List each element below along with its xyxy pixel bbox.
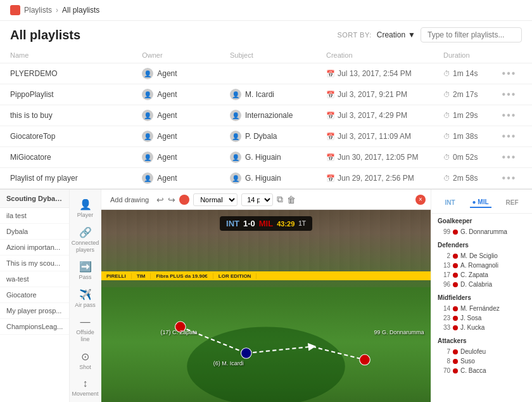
cell-creation: 📅Jul 3, 2017, 4:29 PM: [316, 105, 433, 126]
player-name: J. Kucka: [460, 324, 484, 331]
player-name: J. Sosa: [460, 314, 481, 321]
close-button[interactable]: ×: [415, 195, 426, 205]
delete-button[interactable]: 🗑: [287, 195, 296, 205]
row-menu-button[interactable]: •••: [502, 110, 517, 121]
player-row[interactable]: 13 A. Romagnoli: [438, 261, 526, 270]
player-row[interactable]: 96 D. Calabria: [438, 280, 526, 289]
score-overlay: INT 1-0 MIL 43:29 1T: [220, 216, 312, 231]
player-name: C. Zapata: [460, 271, 488, 278]
cell-owner: 👤Agent: [132, 63, 220, 84]
jersey-number: 99: [438, 228, 450, 235]
team2-label: MIL: [259, 219, 273, 228]
tool-icon: ↕️: [83, 378, 88, 389]
tab-mil[interactable]: ● MIL: [470, 197, 491, 208]
player-row[interactable]: 14 M. Fernández: [438, 304, 526, 313]
row-menu-button[interactable]: •••: [502, 152, 517, 163]
calendar-icon: 📅: [326, 133, 335, 141]
row-menu-button[interactable]: •••: [502, 172, 517, 184]
row-menu-button[interactable]: •••: [502, 89, 517, 100]
sidebar-item[interactable]: My player prosp...: [0, 303, 69, 319]
bottom-section: Scouting Dybal... ila testDybalaAzioni i…: [0, 190, 532, 402]
player-row[interactable]: 2 M. De Sciglio: [438, 251, 526, 261]
player-row[interactable]: 33 J. Kucka: [438, 323, 526, 332]
filter-input[interactable]: [421, 27, 522, 42]
cell-actions: •••: [492, 147, 532, 168]
player-row[interactable]: 17 C. Zapata: [438, 270, 526, 280]
clock-icon: ⏱: [443, 112, 450, 119]
team-dot: [453, 325, 458, 330]
team-dot: [453, 273, 458, 278]
tool-connected-players[interactable]: 🔗Connected players: [69, 223, 102, 257]
player-row[interactable]: 99 G. Donnarumma: [438, 227, 526, 237]
playlist-table: Name Owner Subject Creation Duration PLY…: [0, 48, 532, 189]
owner-avatar: 👤: [142, 68, 153, 79]
player-row[interactable]: 8 Suso: [438, 356, 526, 366]
jersey-number: 33: [438, 324, 450, 331]
copy-button[interactable]: ⧉: [277, 194, 283, 205]
player-row[interactable]: 70 C. Bacca: [438, 366, 526, 375]
player-row[interactable]: 23 J. Sosa: [438, 313, 526, 323]
tab-int[interactable]: INT: [442, 198, 457, 207]
team-dot: [453, 359, 458, 364]
undo-button[interactable]: ↩: [156, 195, 164, 205]
player-name: M. Fernández: [460, 305, 500, 312]
add-drawing-button[interactable]: Add drawing: [106, 195, 153, 205]
tool-offside-line[interactable]: —Offside line: [69, 313, 102, 347]
row-menu-button[interactable]: •••: [502, 68, 517, 79]
cell-creation: 📅Jun 29, 2017, 2:56 PM: [316, 168, 433, 189]
tab-ref[interactable]: REF: [504, 198, 521, 207]
score-period: 1T: [298, 220, 306, 227]
tool-icon: ⊙: [81, 351, 89, 363]
row-menu-button[interactable]: •••: [502, 131, 517, 142]
table-row[interactable]: MiGiocatore👤Agent👤G. Higuain📅Jun 30, 201…: [0, 147, 532, 168]
svg-point-0: [187, 327, 345, 402]
team-dot: [453, 230, 458, 235]
tool-air-pass[interactable]: ✈️Air pass: [69, 285, 102, 313]
tool-icon: ➡️: [79, 261, 92, 273]
team-dot: [453, 254, 458, 259]
mode-dropdown[interactable]: Normal: [193, 193, 238, 206]
sort-dropdown[interactable]: Creation ▼: [377, 30, 415, 39]
sidebar-item[interactable]: Giocatore: [0, 287, 69, 303]
tool-pass[interactable]: ➡️Pass: [69, 257, 102, 285]
sidebar-item[interactable]: ila test: [0, 208, 69, 224]
owner-avatar: 👤: [142, 131, 153, 142]
cell-subject: [220, 63, 316, 84]
player-label-zapata: (17) C. Zapata: [161, 329, 198, 335]
jersey-number: 14: [438, 305, 450, 312]
team-dot: [453, 316, 458, 321]
col-header-subject: Subject: [220, 48, 316, 63]
jersey-number: 7: [438, 348, 450, 355]
tool-movement[interactable]: ↕️Movement: [69, 374, 102, 401]
team-dot: [453, 263, 458, 268]
table-row[interactable]: GiocatoreTop👤Agent👤P. Dybala📅Jul 3, 2017…: [0, 126, 532, 147]
sidebar-item[interactable]: ChampionsLeag...: [0, 319, 69, 335]
score-time: 43:29: [277, 220, 294, 228]
player-row[interactable]: 7 Deulofeu: [438, 347, 526, 356]
cell-creation: 📅Jul 13, 2017, 2:54 PM: [316, 63, 433, 84]
table-row[interactable]: this is to buy👤Agent👤Internazionale📅Jul …: [0, 105, 532, 126]
section-defenders: Defenders 2 M. De Sciglio 13 A. Romagnol…: [431, 238, 532, 290]
table-row[interactable]: PLYERDEMO👤Agent📅Jul 13, 2017, 2:54 PM⏱1m…: [0, 63, 532, 84]
tool-icon: ✈️: [79, 289, 92, 301]
team-dot: [453, 282, 458, 287]
tool-shot[interactable]: ⊙Shot: [69, 347, 102, 375]
table-row[interactable]: PippoPlaylist👤Agent👤M. Icardi📅Jul 3, 201…: [0, 84, 532, 105]
sidebar-item[interactable]: Azioni importan...: [0, 240, 69, 256]
px-dropdown[interactable]: 14 px: [241, 193, 273, 206]
position-title: Goalkeeper: [438, 217, 526, 224]
player-name: M. De Sciglio: [460, 252, 498, 259]
redo-button[interactable]: ↪: [168, 195, 175, 205]
svg-line-3: [312, 347, 365, 360]
sidebar-item[interactable]: Dybala: [0, 224, 69, 240]
subject-avatar: 👤: [230, 152, 241, 163]
sidebar-item[interactable]: wa-test: [0, 271, 69, 287]
clock-icon: ⏱: [443, 153, 450, 161]
table-row[interactable]: Playlist of my player👤Agent👤G. Higuain📅J…: [0, 168, 532, 189]
tool-player[interactable]: 👤Player: [69, 195, 102, 223]
sort-label: SORT BY:: [337, 31, 371, 39]
sidebar-item[interactable]: This is my scou...: [0, 256, 69, 271]
jersey-number: 13: [438, 262, 450, 269]
scouting-header: Scouting Dybal...: [0, 190, 69, 208]
player-name: G. Donnarumma: [460, 228, 507, 235]
